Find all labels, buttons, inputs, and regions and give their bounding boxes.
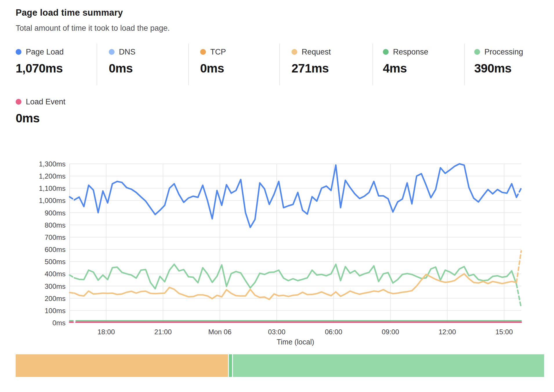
y-axis-label: 1,200ms bbox=[39, 172, 66, 180]
y-axis-label: 500ms bbox=[45, 258, 66, 266]
metric-divider bbox=[372, 43, 373, 85]
request-dot-icon bbox=[292, 49, 297, 55]
metric-label: Processing bbox=[484, 48, 523, 57]
y-axis-label: 200ms bbox=[45, 295, 66, 302]
metric-value: 1,070ms bbox=[16, 61, 103, 75]
metric-label: Response bbox=[393, 48, 428, 57]
metric-divider bbox=[97, 43, 97, 85]
metric-divider bbox=[188, 43, 189, 85]
y-axis-label: 100ms bbox=[45, 307, 66, 315]
processing-dot-icon bbox=[474, 49, 480, 55]
series-page-load bbox=[517, 188, 521, 197]
x-axis-label: 03:00 bbox=[268, 328, 285, 336]
metric-divider bbox=[279, 43, 280, 85]
page-load-dot-icon bbox=[16, 49, 21, 55]
y-axis-label: 300ms bbox=[45, 282, 66, 290]
series-request bbox=[70, 293, 74, 293]
metric-page-load[interactable]: Page Load 1,070ms bbox=[16, 48, 103, 75]
series-processing bbox=[74, 264, 516, 289]
y-axis-label: 1,000ms bbox=[39, 197, 66, 204]
metric-value: 0ms bbox=[16, 111, 132, 125]
y-axis-label: 800ms bbox=[45, 221, 66, 229]
series-processing bbox=[517, 284, 521, 308]
page-load-dashboard: { "header": { "title": "Page load time s… bbox=[0, 0, 554, 392]
metric-label: Load Event bbox=[26, 97, 66, 106]
metric-response[interactable]: Response 4ms bbox=[383, 48, 470, 75]
page-subtitle: Total amount of time it took to load the… bbox=[16, 24, 170, 33]
metric-value: 271ms bbox=[292, 61, 379, 75]
x-axis-label: 21:00 bbox=[154, 328, 172, 336]
y-axis-label: 1,300ms bbox=[39, 160, 66, 168]
y-axis-label: 1,100ms bbox=[39, 184, 66, 192]
series-request bbox=[517, 251, 521, 282]
dns-dot-icon bbox=[109, 49, 115, 55]
metric-label: Page Load bbox=[26, 48, 64, 57]
response-dot-icon bbox=[383, 49, 389, 55]
load-event-dot-icon bbox=[16, 99, 21, 105]
series-processing bbox=[70, 275, 74, 278]
metric-divider bbox=[464, 43, 465, 85]
series-request bbox=[74, 274, 516, 299]
metric-load-event[interactable]: Load Event 0ms bbox=[16, 97, 132, 125]
series-page-load bbox=[74, 164, 516, 227]
breakdown-segment-response[interactable] bbox=[229, 354, 232, 377]
metric-request[interactable]: Request 271ms bbox=[292, 48, 379, 75]
metric-value: 390ms bbox=[474, 61, 554, 75]
x-axis-label: 15:00 bbox=[495, 328, 513, 336]
load-time-chart[interactable]: 0ms100ms200ms300ms400ms500ms600ms700ms80… bbox=[0, 125, 554, 357]
series-page-load bbox=[70, 197, 74, 200]
y-axis-label: 900ms bbox=[45, 209, 66, 217]
x-axis-label: 09:00 bbox=[382, 328, 399, 336]
duration-breakdown-bar bbox=[16, 354, 542, 377]
x-axis-title: Time (local) bbox=[277, 338, 314, 346]
page-title: Page load time summary bbox=[16, 8, 123, 18]
metric-value: 0ms bbox=[109, 61, 196, 75]
breakdown-segment-processing[interactable] bbox=[233, 354, 544, 377]
load-time-chart-plot[interactable]: 0ms100ms200ms300ms400ms500ms600ms700ms80… bbox=[0, 125, 554, 357]
metric-label: Request bbox=[302, 48, 331, 57]
metric-dns[interactable]: DNS 0ms bbox=[109, 48, 196, 75]
metric-tcp[interactable]: TCP 0ms bbox=[200, 48, 287, 75]
breakdown-segment-request[interactable] bbox=[16, 354, 228, 377]
x-axis-label: 06:00 bbox=[325, 328, 342, 336]
y-axis-label: 0ms bbox=[52, 319, 66, 327]
tcp-dot-icon bbox=[200, 49, 206, 55]
metric-processing[interactable]: Processing 390ms bbox=[474, 48, 554, 75]
y-axis-label: 700ms bbox=[45, 233, 66, 241]
metric-value: 0ms bbox=[200, 61, 287, 75]
x-axis-label: 18:00 bbox=[97, 328, 115, 336]
y-axis-label: 400ms bbox=[45, 270, 66, 278]
x-axis-label: Mon 06 bbox=[208, 328, 231, 336]
x-axis-label: 12:00 bbox=[439, 328, 456, 336]
metric-label: TCP bbox=[210, 48, 226, 57]
y-axis-label: 600ms bbox=[45, 246, 66, 253]
metric-label: DNS bbox=[119, 48, 135, 57]
metric-value: 4ms bbox=[383, 61, 470, 75]
